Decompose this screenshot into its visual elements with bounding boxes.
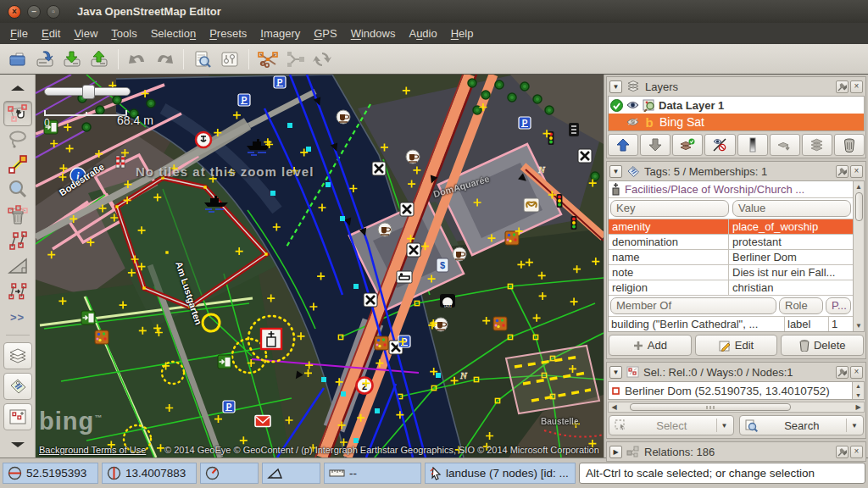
upload-button[interactable] [86, 47, 113, 72]
tag-row[interactable]: amenityplace_of_worship [609, 219, 853, 234]
search-button[interactable]: Search ▼ [739, 415, 865, 435]
scroll-left-arrow[interactable]: ◀ [609, 403, 620, 411]
tool-zoom[interactable] [3, 177, 32, 202]
menu-imagery[interactable]: Imagery [253, 25, 307, 42]
duplicate-layer-button[interactable] [770, 134, 800, 156]
minimize-button[interactable]: – [27, 5, 41, 19]
sticky-pin-button[interactable] [836, 446, 849, 458]
toggle-visibility-button[interactable] [704, 134, 735, 156]
menu-help[interactable]: Help [444, 25, 481, 42]
layer-convert-button[interactable] [802, 134, 832, 156]
scroll-up-button[interactable] [3, 75, 32, 101]
toolbar-separator [183, 49, 184, 69]
layer-row-data[interactable]: Data Layer 1 [609, 97, 864, 114]
tool-extrude[interactable] [3, 253, 32, 279]
map-canvas[interactable]: P [36, 75, 604, 458]
close-panel-button[interactable]: × [850, 446, 863, 458]
close-panel-button[interactable]: × [850, 165, 863, 178]
preferences-button[interactable] [216, 47, 243, 72]
member-of-header[interactable]: Member Of [610, 297, 776, 314]
menu-tools[interactable]: Tools [104, 25, 143, 42]
zoom-slider[interactable] [44, 87, 131, 96]
move-layer-down-button[interactable] [640, 134, 670, 156]
maximize-button[interactable]: ▫ [47, 5, 60, 19]
open-file-button[interactable] [4, 47, 31, 72]
tool-unglue[interactable] [3, 228, 32, 253]
tool-lasso[interactable] [3, 126, 32, 152]
menu-windows[interactable]: Windows [344, 25, 403, 42]
tag-row[interactable]: religionchristian [609, 280, 853, 295]
scroll-up-arrow[interactable]: ▲ [855, 181, 862, 192]
merge-layer-button[interactable] [672, 134, 703, 156]
scroll-right-arrow[interactable]: ▶ [853, 403, 864, 411]
collapse-layers-button[interactable]: ▼ [609, 80, 622, 93]
menu-view[interactable]: View [67, 25, 104, 42]
menu-presets[interactable]: Presets [203, 25, 253, 42]
selection-list-item[interactable]: Berliner Dom (52.5190735, 13.4010752) [609, 385, 852, 397]
split-way-button[interactable] [254, 47, 281, 72]
sticky-pin-button[interactable] [836, 366, 849, 379]
menu-selection[interactable]: Selection [144, 25, 203, 42]
delete-tag-button[interactable]: Delete [781, 335, 864, 356]
layer-opacity-button[interactable] [737, 134, 768, 156]
tag-row[interactable]: nameBerliner Dom [609, 249, 853, 264]
dropdown-arrow-icon[interactable]: ▼ [716, 419, 728, 432]
scroll-down-arrow[interactable]: ▼ [855, 320, 862, 331]
scroll-down-button[interactable] [3, 432, 32, 458]
tool-draw-node[interactable] [3, 152, 32, 177]
menu-edit[interactable]: Edit [35, 25, 67, 42]
visibility-eye-icon[interactable] [626, 117, 639, 127]
toggle-layers-panel-button[interactable] [3, 342, 32, 369]
add-tag-button[interactable]: Add [609, 335, 692, 356]
menu-file[interactable]: File [3, 25, 35, 42]
expand-relations-button[interactable]: ▶ [609, 446, 622, 458]
value-column-header[interactable]: Value [732, 200, 851, 217]
dropdown-arrow-icon[interactable]: ▼ [846, 419, 858, 432]
preset-link[interactable]: Facilities/Place of Worship/Church ... [609, 181, 853, 198]
sticky-pin-button[interactable] [836, 165, 849, 178]
membership-row[interactable]: building ("Berlin Cathedral", ... label … [609, 316, 853, 331]
up-triangle-icon [9, 85, 26, 92]
close-panel-button[interactable]: × [850, 80, 863, 93]
search-button[interactable] [189, 47, 216, 72]
tool-parallel[interactable] [3, 279, 32, 304]
tool-select[interactable] [3, 101, 32, 126]
download-primitive-button[interactable] [31, 47, 58, 72]
selected-node-berliner-dom[interactable] [261, 329, 281, 349]
key-column-header[interactable]: Key [610, 200, 729, 217]
menu-audio[interactable]: Audio [402, 25, 443, 42]
visibility-eye-icon[interactable] [626, 100, 639, 110]
select-button[interactable]: Select ▼ [609, 415, 734, 435]
selection-scrollbar[interactable]: ▲▼ [852, 382, 864, 399]
layer-row-bing[interactable]: b Bing Sat [609, 114, 864, 130]
combine-way-button[interactable] [281, 47, 309, 72]
collapse-tags-button[interactable]: ▼ [609, 165, 622, 178]
terms-of-use-link[interactable]: Background Terms of Use [39, 445, 146, 455]
scroll-thumb[interactable] [855, 192, 863, 221]
sticky-pin-button[interactable] [836, 80, 849, 93]
edit-tag-button[interactable]: Edit [695, 335, 778, 356]
more-tools-button[interactable]: >> [3, 304, 32, 330]
tool-delete[interactable] [3, 202, 32, 228]
undo-button[interactable] [124, 47, 151, 72]
toggle-selection-panel-button[interactable] [3, 403, 32, 430]
toggle-tags-panel-button[interactable] [3, 373, 32, 400]
move-layer-up-button[interactable] [608, 134, 638, 156]
refresh-button[interactable] [309, 47, 336, 72]
tag-row[interactable]: noteDies ist nur ein Fall... [609, 264, 853, 280]
selection-hscrollbar[interactable]: ◀ ▶ [608, 402, 865, 413]
zoom-slider-thumb[interactable] [82, 85, 95, 99]
close-button[interactable]: × [8, 5, 21, 19]
longitude-field: 13.4007883 [102, 463, 197, 484]
position-header[interactable]: P... [826, 297, 851, 314]
tag-row[interactable]: denominationprotestant [609, 234, 853, 249]
collapse-selection-button[interactable]: ▼ [609, 366, 622, 379]
menu-gps[interactable]: GPS [307, 25, 343, 42]
download-button[interactable] [58, 47, 86, 72]
redo-button[interactable] [151, 47, 178, 72]
delete-layer-button[interactable] [834, 134, 865, 156]
role-header[interactable]: Role [779, 297, 823, 314]
scroll-thumb[interactable] [630, 403, 791, 411]
close-panel-button[interactable]: × [850, 366, 863, 379]
tags-scrollbar[interactable]: ▲ ▼ [853, 181, 864, 331]
